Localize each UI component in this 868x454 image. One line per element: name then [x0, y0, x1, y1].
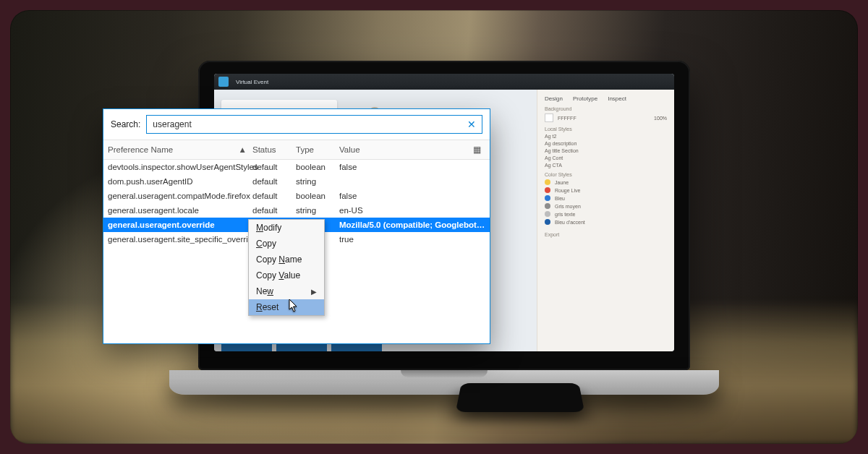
color-name: Bleu d'accent	[555, 220, 585, 225]
pref-type: boolean	[296, 192, 339, 200]
right-panel: Design Prototype Inspect Background FFFF…	[537, 90, 674, 351]
pref-type: boolean	[296, 163, 339, 171]
mi-post: ame	[285, 254, 302, 265]
tab-inspect[interactable]: Inspect	[608, 95, 626, 102]
color-swatch-icon	[545, 195, 550, 201]
text-style-label: Ag t2	[545, 134, 556, 139]
mouse-cursor-icon	[289, 299, 299, 313]
tab-design[interactable]: Design	[545, 95, 563, 102]
color-style[interactable]: Bleu d'accent	[545, 219, 667, 225]
text-style[interactable]: Ag CTA	[545, 163, 667, 168]
mi-pre: Ne	[256, 286, 267, 296]
pref-type: string	[296, 177, 339, 186]
menu-copy-name[interactable]: Copy Name	[249, 252, 324, 267]
color-name: gris texte	[555, 212, 575, 217]
column-picker-icon[interactable]: ▦	[468, 145, 485, 155]
col-status[interactable]: Status	[252, 145, 296, 154]
table-row[interactable]: general.useragent.locale default string …	[103, 203, 490, 218]
app-titlebar: Virtual Event	[214, 74, 674, 90]
pref-value: Mozilla/5.0 (compatible; Googlebot/2.1; …	[339, 220, 485, 229]
pref-type: string	[296, 206, 339, 215]
text-style[interactable]: Ag title Section	[545, 148, 667, 153]
pref-name: devtools.inspector.showUserAgentStyles	[108, 163, 252, 171]
pref-value: true	[339, 235, 485, 244]
local-styles-label: Local Styles	[545, 127, 667, 132]
background-label: Background	[545, 106, 667, 111]
mi-post: odify	[263, 223, 281, 233]
mi-accel: R	[256, 302, 263, 312]
col-pref-name[interactable]: Preference Name	[108, 145, 173, 154]
mi-post: eset	[263, 302, 279, 312]
color-swatch-icon	[545, 203, 550, 209]
pref-status: default	[252, 163, 296, 171]
pref-name: general.useragent.compatMode.firefox	[108, 192, 252, 200]
background-row: FFFFFF 100%	[545, 113, 667, 122]
color-name: Jaune	[555, 180, 569, 185]
pref-value: false	[339, 192, 485, 200]
menu-copy[interactable]: Copy	[249, 236, 324, 252]
pref-status: default	[252, 177, 296, 186]
table-row[interactable]: devtools.inspector.showUserAgentStyles d…	[103, 160, 490, 174]
mi-accel: C	[256, 239, 263, 249]
mi-accel: w	[267, 286, 273, 296]
clear-search-icon[interactable]: ✕	[467, 119, 476, 130]
mi-accel: N	[278, 254, 285, 265]
pref-value: false	[339, 163, 485, 171]
color-style[interactable]: gris texte	[545, 211, 667, 217]
color-swatch-icon	[545, 219, 550, 225]
col-value[interactable]: Value	[339, 145, 468, 154]
table-row[interactable]: general.useragent.compatMode.firefox def…	[103, 189, 490, 203]
search-input[interactable]: useragent ✕	[146, 115, 482, 134]
mi-post: alue	[284, 270, 300, 280]
color-name: Rouge Live	[555, 188, 580, 193]
column-headers: Preference Name ▲ Status Type Value ▦	[103, 140, 490, 160]
color-swatch-icon	[545, 179, 550, 185]
export-label: Export	[545, 232, 667, 237]
menu-new[interactable]: New ▶	[249, 283, 324, 299]
color-style[interactable]: Gris moyen	[545, 203, 667, 209]
tab-prototype[interactable]: Prototype	[573, 95, 597, 102]
color-style[interactable]: Bleu	[545, 195, 667, 201]
search-value: useragent	[153, 119, 191, 129]
menu-copy-value[interactable]: Copy Value	[249, 267, 324, 283]
app-title: Virtual Event	[236, 79, 268, 85]
text-style[interactable]: Ag Cont	[545, 155, 667, 160]
pref-name: dom.push.userAgentID	[108, 177, 252, 186]
col-type[interactable]: Type	[296, 145, 339, 154]
text-style-label: Ag CTA	[545, 163, 562, 168]
color-name: Gris moyen	[555, 204, 581, 209]
aboutconfig-window: Search: useragent ✕ Preference Name ▲ St…	[103, 108, 490, 344]
text-style-label: Ag Cont	[545, 155, 563, 160]
menu-modify[interactable]: Modify	[249, 220, 324, 236]
scene: Virtual Event Dr. KarishaDeva Shantbodes…	[10, 10, 858, 444]
text-style[interactable]: Ag description	[545, 141, 667, 146]
panel-tabs: Design Prototype Inspect	[545, 95, 667, 102]
pref-status: default	[252, 192, 296, 200]
sort-asc-icon[interactable]: ▲	[239, 145, 252, 154]
app-icon	[218, 77, 229, 87]
pref-status: default	[252, 206, 296, 215]
text-style[interactable]: Ag t2	[545, 134, 667, 139]
color-styles-label: Color Styles	[545, 172, 667, 177]
mi-pre: Copy	[256, 254, 278, 265]
mi-pre: Copy	[256, 270, 278, 280]
context-menu: Modify Copy Copy Name Copy Value New ▶ R…	[248, 219, 325, 316]
pref-value: en-US	[339, 206, 485, 215]
pref-name: general.useragent.site_specific_override…	[108, 235, 252, 244]
menu-reset[interactable]: Reset	[249, 299, 324, 315]
color-name: Bleu	[555, 196, 565, 201]
color-swatch-icon	[545, 187, 550, 193]
search-row: Search: useragent ✕	[103, 109, 490, 140]
table-row[interactable]: dom.push.userAgentID default string	[103, 174, 490, 189]
phone	[456, 383, 585, 412]
color-style[interactable]: Jaune	[545, 179, 667, 185]
laptop-base	[169, 370, 719, 395]
mi-post: opy	[263, 239, 276, 249]
mi-accel: M	[256, 223, 263, 233]
search-label: Search:	[111, 119, 140, 129]
submenu-arrow-icon: ▶	[311, 288, 317, 296]
color-style[interactable]: Rouge Live	[545, 187, 667, 193]
swatch-icon[interactable]	[545, 113, 553, 122]
pref-name: general.useragent.locale	[108, 206, 252, 215]
pref-name: general.useragent.override	[108, 220, 252, 229]
